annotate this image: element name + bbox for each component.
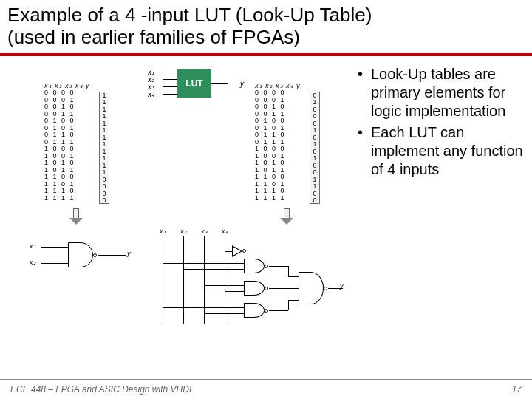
- title-line1: Example of a 4 -input LUT (Look-Up Table…: [7, 4, 372, 26]
- gate-left-x2: x₂: [30, 259, 36, 266]
- slide-title: Example of a 4 -input LUT (Look-Up Table…: [0, 0, 532, 52]
- nand-gate-icon: [244, 303, 265, 318]
- arrow-down-left: [69, 208, 83, 225]
- gr-x4: x₄: [222, 228, 228, 235]
- lut-box: LUT: [177, 69, 211, 98]
- lut-out-y: y: [240, 80, 244, 88]
- gate-left-y: y: [127, 250, 131, 257]
- bubble-icon: [93, 253, 97, 257]
- nand-gate-icon: [244, 259, 265, 273]
- gr-x3: x₃: [201, 228, 208, 235]
- diagram-area: x₁ x₂ x₃ x₄ LUT y x₁ x₂ x₃ x₄ y 0 0 0 00…: [0, 61, 355, 341]
- bullet-2: Each LUT can implement any function of 4…: [355, 123, 526, 179]
- gate-diagram-right: x₁ x₂ x₃ x₄: [155, 228, 347, 331]
- gate-left-x1: x₁: [30, 242, 36, 250]
- truth-table-left: x₁ x₂ x₃ x₄ y 0 0 0 00 0 0 10 0 1 00 0 1…: [44, 83, 90, 202]
- arrow-down-right: [280, 208, 293, 225]
- footer-page: 17: [512, 384, 522, 395]
- truth-table-right: x₁ x₂ x₃ x₄ y 0 0 0 00 0 0 10 0 1 00 0 1…: [255, 83, 301, 202]
- gr-x2: x₂: [180, 228, 187, 235]
- footer-divider: [0, 379, 532, 380]
- nand-gate-icon: [68, 242, 93, 267]
- gr-x1: x₁: [160, 228, 166, 235]
- lut-symbol: x₁ x₂ x₃ x₄ LUT y: [148, 65, 244, 103]
- bullet-list: Look-Up tables are primary elements for …: [355, 65, 526, 179]
- lut-label: LUT: [185, 78, 202, 89]
- nand-gate-icon: [299, 272, 324, 304]
- bullet-1: Look-Up tables are primary elements for …: [355, 65, 526, 120]
- title-line2: (used in earlier families of FPGAs): [7, 26, 300, 48]
- title-underline: [0, 53, 532, 56]
- gate-right-y: y: [340, 282, 344, 290]
- lut-in-x4: x₄: [148, 90, 154, 98]
- y-column-left: 1 1 1 1 1 1 1 1 1 1 1 1 0 0 0 0: [99, 92, 109, 204]
- gate-diagram-left: x₁ x₂ y: [30, 236, 140, 288]
- footer-course: ECE 448 – FPGA and ASIC Design with VHDL: [10, 384, 194, 395]
- nand-gate-icon: [244, 281, 265, 296]
- footer: ECE 448 – FPGA and ASIC Design with VHDL…: [0, 384, 532, 395]
- y-column-right: 0 1 0 0 0 1 0 1 0 1 0 0 1 1 0 0: [310, 92, 320, 204]
